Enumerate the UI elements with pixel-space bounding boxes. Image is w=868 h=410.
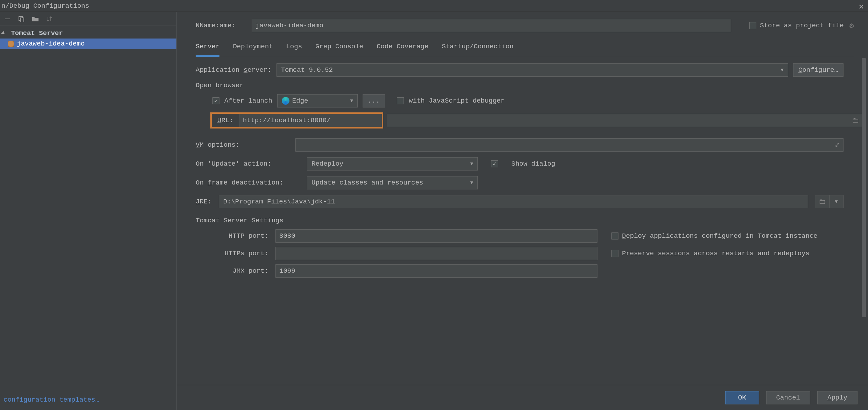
app-server-label: Application server: <box>196 66 272 74</box>
vm-options-label: VM options: <box>196 141 239 149</box>
tab-code-coverage[interactable]: Code Coverage <box>377 43 428 57</box>
frame-deact-select[interactable]: Update classes and resources ▼ <box>307 176 478 189</box>
sidebar: Tomcat Server javaweb-idea-demo configur… <box>0 12 177 410</box>
tab-deployment[interactable]: Deployment <box>233 43 273 57</box>
app-server-select[interactable]: Tomcat 9.0.52 ▼ <box>276 63 788 77</box>
tabs: Server Deployment Logs Grep Console Code… <box>196 43 854 57</box>
preserve-sessions-label: Preserve sessions across restarts and re… <box>622 250 810 257</box>
minus-icon[interactable] <box>4 15 11 23</box>
chevron-down-icon: ▼ <box>835 199 838 204</box>
browser-select[interactable]: Edge ▼ <box>277 94 358 107</box>
chevron-down-icon: ▼ <box>781 67 784 73</box>
folder-icon[interactable]: 🗀 <box>852 116 859 125</box>
frame-deact-label: On frame deactivation: <box>196 179 294 187</box>
svg-rect-2 <box>20 18 24 22</box>
https-port-input[interactable] <box>275 247 597 260</box>
jre-label: JRE: <box>196 198 212 206</box>
edit-templates-link[interactable]: configuration templates… <box>0 392 176 410</box>
configure-button[interactable]: Configure… <box>793 63 844 77</box>
gear-icon[interactable]: ⚙ <box>849 21 854 30</box>
sidebar-toolbar <box>0 12 176 26</box>
chevron-down-icon <box>1 31 6 36</box>
update-action-label: On 'Update' action: <box>196 160 294 168</box>
chevron-down-icon: ▼ <box>470 161 473 167</box>
url-highlight-box: URL: <box>210 112 383 128</box>
store-as-file-label: Store as project file <box>760 22 844 29</box>
jre-dropdown-button[interactable]: ▼ <box>829 195 843 208</box>
after-launch-label: After launch <box>224 97 272 105</box>
name-input[interactable] <box>252 19 731 32</box>
after-launch-checkbox[interactable]: ✓ <box>212 97 219 104</box>
tomcat-settings-section: Tomcat Server Settings <box>196 217 844 224</box>
https-port-label: HTTPs port: <box>212 250 268 257</box>
tab-startup-connection[interactable]: Startup/Connection <box>442 43 513 57</box>
tab-server[interactable]: Server <box>196 43 219 57</box>
tab-grep-console[interactable]: Grep Console <box>315 43 363 57</box>
name-label: NName:ame: <box>196 22 236 29</box>
http-port-label: HTTP port: <box>212 232 268 240</box>
show-dialog-checkbox[interactable]: ✓ <box>491 160 498 167</box>
chevron-down-icon: ▼ <box>470 180 473 186</box>
jre-browse-button[interactable]: 🗀 <box>815 195 829 208</box>
copy-icon[interactable] <box>18 15 25 23</box>
dialog-footer: OK Cancel Apply <box>177 385 868 410</box>
update-action-value: Redeploy <box>312 160 343 168</box>
jre-input[interactable]: D:\Program Files\Java\jdk-11 <box>219 195 808 208</box>
js-debugger-checkbox[interactable] <box>397 97 404 104</box>
deploy-apps-checkbox[interactable] <box>611 232 618 239</box>
vm-options-input[interactable] <box>295 138 844 152</box>
tomcat-icon <box>8 41 14 47</box>
http-port-input[interactable] <box>275 229 597 243</box>
app-server-value: Tomcat 9.0.52 <box>281 66 333 74</box>
folder-icon: 🗀 <box>819 197 826 206</box>
url-label: URL: <box>217 117 233 124</box>
titlebar: n/Debug Configurations ✕ <box>0 0 868 12</box>
chevron-down-icon: ▼ <box>350 98 353 104</box>
sort-icon[interactable] <box>46 15 53 23</box>
jmx-port-label: JMX port: <box>212 267 268 275</box>
tree-root-tomcat[interactable]: Tomcat Server <box>0 28 176 39</box>
js-debugger-label: with JavaScript debugger <box>409 97 505 105</box>
deploy-apps-label: Deploy applications configured in Tomcat… <box>622 232 818 240</box>
store-as-file-checkbox[interactable] <box>749 22 756 29</box>
url-input[interactable] <box>239 114 382 127</box>
scrollbar-thumb[interactable] <box>862 58 866 317</box>
content-scrollbar[interactable] <box>862 57 866 381</box>
url-input-extension[interactable]: 🗀 <box>387 114 863 127</box>
tab-logs[interactable]: Logs <box>286 43 302 57</box>
preserve-sessions-checkbox[interactable] <box>611 250 618 257</box>
open-browser-section: Open browser <box>196 82 844 89</box>
edit-templates-label: configuration templates… <box>4 396 99 404</box>
tree-root-label: Tomcat Server <box>11 29 63 37</box>
browser-value: Edge <box>292 97 308 105</box>
apply-button[interactable]: Apply <box>817 391 858 404</box>
window-title: n/Debug Configurations <box>1 2 89 10</box>
jre-value: D:\Program Files\Java\jdk-11 <box>223 198 335 206</box>
name-row: NName:ame: Store as project file ⚙ <box>196 19 854 32</box>
jmx-port-input[interactable] <box>275 264 597 278</box>
folder-save-icon[interactable] <box>31 15 39 23</box>
expand-icon[interactable]: ⤢ <box>835 141 840 149</box>
browser-more-button[interactable]: ... <box>363 94 385 107</box>
tree-item-javaweb[interactable]: javaweb-idea-demo <box>0 39 176 49</box>
cancel-button[interactable]: Cancel <box>766 391 810 404</box>
show-dialog-label: Show dialog <box>511 160 555 168</box>
close-icon[interactable]: ✕ <box>859 1 864 12</box>
ok-button[interactable]: OK <box>725 391 759 404</box>
update-action-select[interactable]: Redeploy ▼ <box>307 157 478 171</box>
edge-icon <box>282 97 289 105</box>
config-tree: Tomcat Server javaweb-idea-demo <box>0 26 176 392</box>
tree-item-label: javaweb-idea-demo <box>17 40 85 48</box>
svg-rect-0 <box>5 19 10 19</box>
frame-deact-value: Update classes and resources <box>312 179 423 187</box>
